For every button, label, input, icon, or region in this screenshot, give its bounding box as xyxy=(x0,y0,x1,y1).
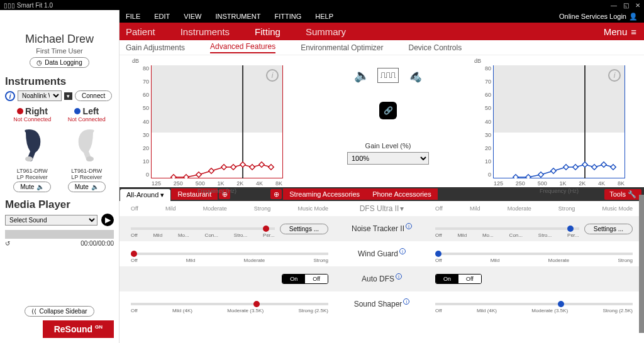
wg-slider-right[interactable] xyxy=(131,253,328,255)
noise-tracker-label: Noise Tracker II xyxy=(352,224,404,233)
svg-rect-3 xyxy=(171,175,176,178)
gain-label: Gain Level (%) xyxy=(365,142,411,150)
wind-guard-label: Wind Guard xyxy=(358,249,398,258)
hamburger-icon: ≡ xyxy=(631,26,636,37)
dropdown-icon[interactable]: ▾ xyxy=(64,92,72,100)
info-icon[interactable]: i xyxy=(403,298,409,305)
right-mute-button[interactable]: Mute 🔈 xyxy=(13,182,51,192)
sound-select[interactable]: Select Sound xyxy=(5,215,97,226)
svg-rect-23 xyxy=(611,165,616,170)
svg-rect-22 xyxy=(601,162,606,167)
menu-button[interactable]: Menu ≡ xyxy=(604,26,636,37)
menu-edit[interactable]: EDIT xyxy=(154,13,170,20)
data-logging-button[interactable]: ◷Data Logging xyxy=(30,57,89,68)
ss-slider-left[interactable] xyxy=(435,303,633,305)
phone-accessories-tab[interactable]: Phone Accessories xyxy=(366,188,438,200)
play-button[interactable]: ▶ xyxy=(101,214,114,226)
autodfs-toggle-left[interactable]: OnOff xyxy=(435,274,482,284)
minimize-button[interactable]: — xyxy=(611,2,617,9)
link-button[interactable]: 🔗 xyxy=(379,102,397,119)
right-label: Right xyxy=(25,106,48,116)
left-mute-button[interactable]: Mute 🔈 xyxy=(68,182,106,192)
menu-view[interactable]: VIEW xyxy=(184,13,201,20)
program-all-around[interactable]: All-Around ▾ xyxy=(120,189,170,201)
tab-fitting[interactable]: Fitting xyxy=(255,26,280,37)
svg-rect-16 xyxy=(538,172,543,177)
subtab-gain[interactable]: Gain Adjustments xyxy=(126,43,185,52)
left-label: Left xyxy=(83,106,99,116)
svg-rect-6 xyxy=(209,168,214,173)
sound-shaper-label: Sound Shaper xyxy=(354,300,402,308)
left-receiver: LP Receiver xyxy=(62,174,112,180)
left-ear-dot xyxy=(74,108,80,114)
patient-sub: First Time User xyxy=(5,47,114,55)
left-chart: i 80706050403020100 1252505001K2K4K8K Fr… xyxy=(493,65,625,178)
subtab-device[interactable]: Device Controls xyxy=(409,43,462,52)
svg-point-1 xyxy=(86,156,94,161)
online-services-login[interactable]: Online Services Login👤 xyxy=(559,13,638,21)
dfs-ultra-label: DFS Ultra II ▾ xyxy=(340,204,424,213)
right-model: LT961-DRW xyxy=(7,168,57,174)
speaker-right-icon[interactable]: 🔈 xyxy=(406,68,422,83)
maximize-button[interactable]: ◱ xyxy=(623,2,629,9)
equalizer-icon[interactable]: ⎍⎍⎍ xyxy=(377,68,399,83)
interface-select[interactable]: Noahlink Wir xyxy=(18,90,62,101)
close-button[interactable]: ✕ xyxy=(635,2,640,9)
nt-settings-right[interactable]: Settings ... xyxy=(280,224,328,234)
left-device-image xyxy=(71,126,103,164)
info-icon[interactable]: i xyxy=(406,223,412,229)
right-device-image xyxy=(16,126,48,164)
subtab-env[interactable]: Environmental Optimizer xyxy=(301,43,383,52)
speaker-left-icon[interactable]: 🔈 xyxy=(354,68,370,83)
svg-rect-10 xyxy=(250,165,255,170)
brand-logo: ReSound GN xyxy=(43,320,114,338)
info-icon[interactable]: i xyxy=(5,91,15,101)
right-receiver: LP Receiver xyxy=(7,174,57,180)
scrollbar[interactable] xyxy=(639,195,644,333)
svg-rect-11 xyxy=(259,162,264,167)
app-icon: ▯▯▯ xyxy=(4,2,15,9)
info-icon[interactable]: i xyxy=(396,273,402,280)
tools-button[interactable]: Tools 🔧 xyxy=(604,189,641,200)
connect-button[interactable]: Connect xyxy=(75,90,112,101)
nt-slider-left[interactable] xyxy=(435,227,579,230)
media-time: 00:00/00:00 xyxy=(80,240,114,247)
svg-point-0 xyxy=(25,156,33,161)
svg-rect-21 xyxy=(592,165,597,170)
menu-help[interactable]: HELP xyxy=(315,13,333,20)
menu-file[interactable]: FILE xyxy=(126,13,140,20)
svg-rect-4 xyxy=(184,175,189,178)
left-model: LT961-DRW xyxy=(62,168,112,174)
add-accessory-button[interactable]: ⊕ xyxy=(270,189,282,199)
ss-slider-right[interactable] xyxy=(131,303,328,305)
nt-slider-right[interactable] xyxy=(131,227,275,230)
menu-fitting[interactable]: FITTING xyxy=(275,13,302,20)
collapse-sidebar-button[interactable]: ⟨⟨ Collapse Sidebar xyxy=(25,306,94,317)
speaker-icon: 🔈 xyxy=(91,183,99,190)
clock-icon: ◷ xyxy=(36,59,42,66)
subtab-advanced[interactable]: Advanced Features xyxy=(210,42,275,53)
menu-instrument[interactable]: INSTRUMENT xyxy=(215,13,260,20)
loop-icon[interactable]: ↺ xyxy=(5,240,10,247)
svg-rect-9 xyxy=(240,162,245,167)
x-axis-label: Frequency (Hz) xyxy=(197,188,236,194)
auto-dfs-label: Auto DFS xyxy=(362,275,394,283)
nt-settings-left[interactable]: Settings ... xyxy=(584,224,633,234)
tab-summary[interactable]: Summary xyxy=(306,26,346,37)
sidebar: Michael Drew First Time User ◷Data Loggi… xyxy=(0,10,119,343)
svg-rect-12 xyxy=(269,165,274,170)
svg-rect-8 xyxy=(231,165,236,170)
info-icon[interactable]: i xyxy=(399,248,406,254)
streaming-accessories-tab[interactable]: Streaming Accessories xyxy=(283,188,366,200)
tab-instruments[interactable]: Instruments xyxy=(180,26,230,37)
media-progress[interactable] xyxy=(5,230,114,239)
instruments-heading: Instruments xyxy=(5,75,114,88)
svg-rect-18 xyxy=(564,165,569,170)
autodfs-toggle-right[interactable]: OnOff xyxy=(282,274,328,284)
tab-patient[interactable]: Patient xyxy=(126,26,155,37)
app-title: Smart Fit 1.0 xyxy=(17,2,53,9)
wg-slider-left[interactable] xyxy=(435,253,633,255)
svg-rect-5 xyxy=(196,172,201,177)
gain-select[interactable]: 100% xyxy=(347,152,429,165)
patient-name: Michael Drew xyxy=(5,33,114,46)
